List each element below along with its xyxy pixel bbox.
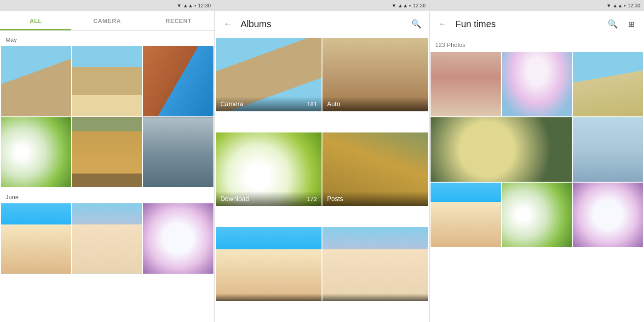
album-label-camera: Camera 181 xyxy=(216,97,322,111)
album-name-auto: Auto xyxy=(327,100,340,108)
search-icon: 🔍 xyxy=(411,19,421,29)
albums-title: Albums xyxy=(241,19,407,29)
funtimes-title: Fun times xyxy=(455,19,604,29)
back-button-funtimes[interactable]: ← xyxy=(433,15,452,33)
back-button-albums[interactable]: ← xyxy=(218,15,237,33)
grid-button-funtimes[interactable]: ⊞ xyxy=(622,15,640,33)
list-item[interactable]: Auto xyxy=(322,38,428,111)
list-item[interactable] xyxy=(322,227,428,301)
album-label-5 xyxy=(216,293,322,301)
album-name-camera: Camera xyxy=(220,100,243,108)
list-item[interactable] xyxy=(72,203,143,274)
album-label-auto: Auto xyxy=(322,97,428,111)
time-display-1: 12:30 xyxy=(198,3,211,8)
status-bar-1: ▼ ▲▲ ▪ 12:30 xyxy=(0,0,214,11)
status-icons-3: ▼ ▲▲ ▪ xyxy=(606,3,626,8)
album-label-download: Download 172 xyxy=(216,191,322,206)
list-item[interactable] xyxy=(72,46,143,116)
albums-header: ← Albums 🔍 xyxy=(215,11,429,37)
album-label-posts: Posts xyxy=(322,191,428,206)
battery-icon-2: ▪ xyxy=(409,3,411,8)
june-photo-grid xyxy=(0,202,214,275)
panel-albums: ▼ ▲▲ ▪ 12:30 ← Albums 🔍 Camera 181 Auto xyxy=(215,0,430,322)
network-icon-2: ▲▲ xyxy=(398,3,408,8)
network-icon-3: ▲▲ xyxy=(613,3,623,8)
list-item[interactable] xyxy=(502,52,572,116)
grid-icon: ⊞ xyxy=(628,20,634,29)
section-may: May xyxy=(0,31,214,45)
list-item[interactable] xyxy=(502,183,572,247)
search-button-albums[interactable]: 🔍 xyxy=(407,15,426,33)
album-label-6 xyxy=(322,293,428,301)
may-photo-grid xyxy=(0,45,214,188)
back-icon-funtimes: ← xyxy=(438,19,447,29)
list-item[interactable]: Camera 181 xyxy=(216,38,322,111)
photo-tabs: ALL CAMERA RECENT xyxy=(0,11,214,31)
photos-count: 123 Photos xyxy=(430,37,644,51)
back-icon: ← xyxy=(224,19,232,29)
tab-recent[interactable]: RECENT xyxy=(143,11,214,30)
status-icons-2: ▼ ▲▲ ▪ xyxy=(391,3,411,8)
list-item[interactable] xyxy=(1,203,71,274)
time-display-3: 12:30 xyxy=(627,3,640,8)
status-bar-3: ▼ ▲▲ ▪ 12:30 xyxy=(430,0,644,11)
signal-icon: ▼ xyxy=(177,3,182,8)
list-item[interactable] xyxy=(143,117,213,188)
album-name-download: Download xyxy=(220,195,249,202)
status-bar-2: ▼ ▲▲ ▪ 12:30 xyxy=(215,0,429,11)
list-item[interactable] xyxy=(573,117,643,182)
search-icon-funtimes: 🔍 xyxy=(608,19,618,29)
list-item[interactable] xyxy=(216,227,322,301)
battery-icon: ▪ xyxy=(195,3,196,8)
battery-icon-3: ▪ xyxy=(624,3,626,8)
album-count-camera: 181 xyxy=(307,101,317,108)
signal-icon-2: ▼ xyxy=(391,3,397,8)
list-item[interactable] xyxy=(1,117,71,188)
search-button-funtimes[interactable]: 🔍 xyxy=(604,15,622,33)
tab-camera[interactable]: CAMERA xyxy=(71,11,143,30)
album-grid: Camera 181 Auto Download 172 Posts xyxy=(215,37,429,322)
panel-fun-times: ▼ ▲▲ ▪ 12:30 ← Fun times 🔍 ⊞ 123 Photos xyxy=(430,0,644,322)
list-item[interactable] xyxy=(431,183,501,247)
list-item[interactable] xyxy=(431,117,572,182)
list-item[interactable]: Download 172 xyxy=(216,132,322,206)
all-photos-scroll[interactable]: May June xyxy=(0,31,214,322)
status-icons-1: ▼ ▲▲ ▪ xyxy=(177,3,196,8)
tab-all[interactable]: ALL xyxy=(0,11,71,30)
section-june: June xyxy=(0,188,214,202)
list-item[interactable] xyxy=(72,117,143,188)
list-item[interactable] xyxy=(431,52,501,116)
funtimes-header: ← Fun times 🔍 ⊞ xyxy=(430,11,644,37)
time-display-2: 12:30 xyxy=(413,3,426,8)
panel-all-photos: ▼ ▲▲ ▪ 12:30 ALL CAMERA RECENT May June xyxy=(0,0,215,322)
album-name-posts: Posts xyxy=(327,195,343,202)
list-item[interactable] xyxy=(143,203,213,274)
funtimes-scroll[interactable] xyxy=(430,51,644,322)
list-item[interactable]: Posts xyxy=(322,132,428,206)
list-item[interactable] xyxy=(573,52,643,116)
list-item[interactable] xyxy=(573,183,643,247)
network-icon: ▲▲ xyxy=(183,3,193,8)
signal-icon-3: ▼ xyxy=(606,3,611,8)
funtimes-grid xyxy=(430,51,644,248)
list-item[interactable] xyxy=(143,46,213,116)
list-item[interactable] xyxy=(1,46,71,116)
album-count-download: 172 xyxy=(307,196,317,202)
